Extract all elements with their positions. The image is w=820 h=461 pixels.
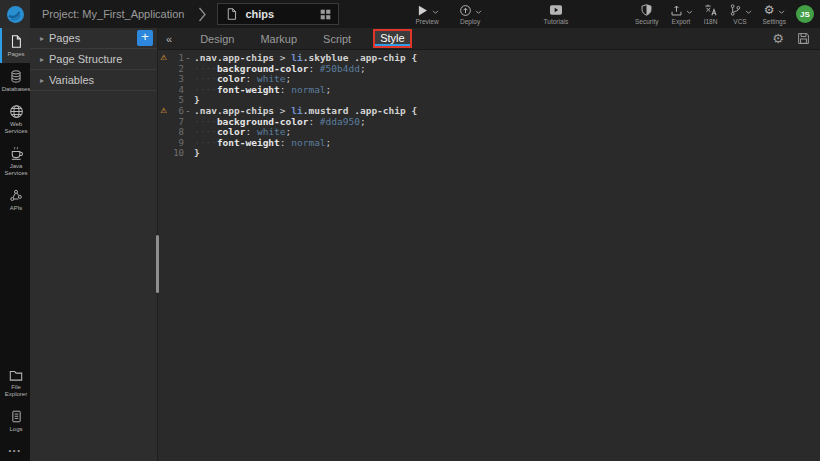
fold-marker-icon[interactable]: - — [184, 106, 192, 117]
line-number: 8 — [169, 127, 184, 138]
deploy-button[interactable]: Deploy — [459, 3, 482, 25]
topbar: Project: My_First_Application chips Prev… — [0, 0, 820, 28]
code-text: ····font-weight: normal; — [192, 85, 331, 96]
settings-button[interactable]: ⚙ Settings — [763, 3, 787, 25]
topbar-left-actions: Preview Deploy — [415, 3, 568, 25]
panel-resize-handle[interactable] — [156, 235, 159, 293]
translate-icon — [704, 3, 718, 17]
vcs-button[interactable]: VCS — [729, 3, 752, 25]
editor-settings-button[interactable]: ⚙ — [772, 32, 784, 45]
tab-script[interactable]: Script — [321, 31, 353, 47]
caret-down-icon — [778, 10, 785, 15]
sidebar-item-label: APIs — [10, 205, 23, 212]
folder-icon — [9, 369, 23, 382]
globe-icon — [9, 104, 24, 119]
chevron-right-icon[interactable]: ▸ — [40, 34, 49, 43]
chevron-right-icon[interactable]: ▸ — [40, 76, 49, 85]
branch-icon — [729, 3, 742, 17]
line-number: 2 — [169, 64, 184, 75]
video-icon — [549, 4, 563, 16]
save-button[interactable] — [797, 32, 810, 45]
panel-section-page-structure[interactable]: ▸ Page Structure — [30, 49, 157, 70]
line-number: 7 — [169, 117, 184, 128]
sidebar-item-web-services[interactable]: Web Services — [0, 98, 30, 140]
left-icon-sidebar: Pages Databases Web Services — [0, 28, 30, 461]
line-number: 6 — [169, 106, 184, 117]
export-icon — [670, 4, 683, 17]
sidebar-item-label: Databases — [2, 86, 31, 93]
code-line: 4····font-weight: normal; — [158, 85, 820, 96]
sidebar-item-apis[interactable]: APIs — [0, 182, 30, 217]
line-number: 4 — [169, 85, 184, 96]
code-line: 10} — [158, 148, 820, 159]
fold-marker-icon[interactable]: - — [184, 53, 192, 64]
file-icon — [225, 7, 238, 21]
panel-section-pages[interactable]: ▸ Pages + — [30, 28, 157, 49]
warning-icon: ⚠ — [158, 53, 169, 64]
caret-down-icon — [432, 10, 439, 15]
page-tab-chips[interactable]: chips — [217, 3, 339, 25]
panel-section-variables[interactable]: ▸ Variables — [30, 70, 157, 91]
warning-icon: ⚠ — [158, 106, 169, 117]
tab-markup[interactable]: Markup — [258, 31, 299, 47]
code-text: } — [192, 148, 200, 159]
chevron-right-icon[interactable]: ▸ — [40, 55, 49, 64]
sidebar-more-button[interactable]: ••• — [0, 438, 30, 461]
workspace-body: Pages Databases Web Services — [0, 28, 820, 461]
sidebar-item-label: File Explorer — [2, 384, 30, 398]
line-number: 1 — [169, 53, 184, 64]
panel-section-label: Pages — [49, 32, 137, 44]
user-avatar[interactable]: JS — [796, 5, 814, 23]
breadcrumb-chevron-icon — [198, 7, 207, 22]
sidebar-item-label: Web Services — [2, 121, 30, 135]
add-page-button[interactable]: + — [137, 30, 153, 46]
deploy-label: Deploy — [460, 18, 480, 25]
breadcrumb-project-label: Project: My_First_Application — [42, 8, 184, 20]
page-tab-label: chips — [245, 8, 313, 20]
collapse-panel-button[interactable]: « — [162, 33, 176, 45]
line-number: 3 — [169, 74, 184, 85]
sidebar-item-pages[interactable]: Pages — [0, 28, 30, 63]
page-icon — [9, 34, 23, 49]
sidebar-item-label: Java Services — [2, 163, 30, 177]
sidebar-item-java-services[interactable]: Java Services — [0, 140, 30, 182]
caret-down-icon — [475, 10, 482, 15]
preview-button[interactable]: Preview — [415, 3, 438, 25]
code-text: ····font-weight: normal; — [192, 138, 331, 149]
security-label: Security — [635, 18, 658, 25]
security-button[interactable]: Security — [635, 3, 658, 25]
panel-section-label: Variables — [49, 74, 157, 86]
export-button[interactable]: Export — [670, 3, 693, 25]
pages-panel: ▸ Pages + ▸ Page Structure ▸ Variables — [30, 28, 158, 461]
wavemaker-logo-icon — [6, 5, 25, 24]
ide-window: Project: My_First_Application chips Prev… — [0, 0, 820, 461]
settings-label: Settings — [763, 18, 787, 25]
tutorials-button[interactable]: Tutorials — [544, 3, 569, 25]
sidebar-item-label: Pages — [7, 51, 24, 58]
sidebar-item-databases[interactable]: Databases — [0, 63, 30, 98]
tab-design[interactable]: Design — [198, 31, 236, 47]
deploy-icon — [459, 4, 472, 17]
play-icon — [416, 4, 429, 17]
code-editor[interactable]: ⚠1-.nav.app-chips > li.skyblue .app-chip… — [158, 50, 820, 461]
panel-section-label: Page Structure — [49, 53, 157, 65]
editor-area: « Design Markup Script Style ⚙ ⚠1- — [158, 28, 820, 461]
i18n-button[interactable]: I18N — [704, 3, 718, 25]
sidebar-bottom-group: File Explorer Logs ••• — [0, 363, 30, 461]
sidebar-item-label: Logs — [9, 426, 22, 433]
grid-icon[interactable] — [320, 9, 331, 20]
tutorials-label: Tutorials — [544, 18, 569, 25]
sidebar-item-logs[interactable]: Logs — [0, 403, 30, 438]
tab-style[interactable]: Style — [373, 29, 411, 48]
log-icon — [10, 409, 23, 424]
vcs-label: VCS — [733, 18, 746, 25]
database-icon — [9, 69, 23, 84]
line-number: 5 — [169, 95, 184, 106]
caret-down-icon — [745, 10, 752, 15]
i18n-label: I18N — [704, 18, 718, 25]
sidebar-item-file-explorer[interactable]: File Explorer — [0, 363, 30, 403]
wavemaker-logo[interactable] — [0, 0, 30, 28]
caret-down-icon — [686, 10, 693, 15]
shield-icon — [640, 3, 653, 17]
export-label: Export — [672, 18, 691, 25]
